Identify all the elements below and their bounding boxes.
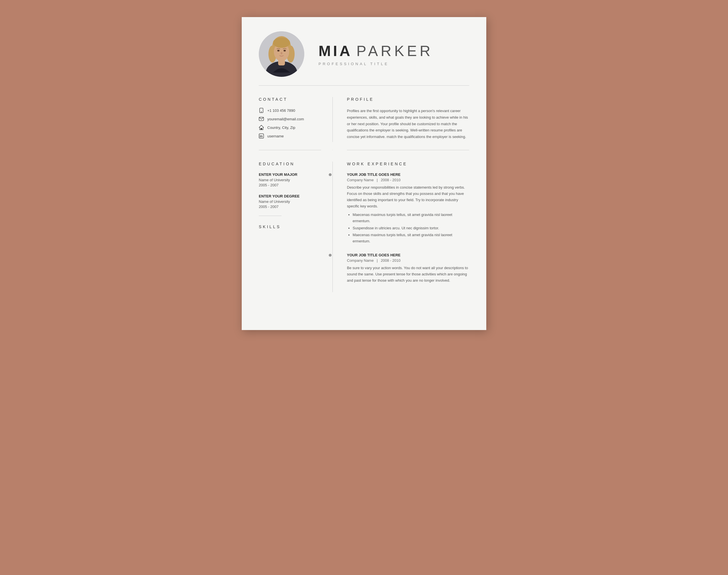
phone-icon bbox=[259, 108, 264, 113]
linkedin-item: in username bbox=[259, 133, 321, 139]
work-entry-2: YOUR JOB TITLE GOES HERE Company Name | … bbox=[347, 253, 469, 284]
work-desc-1: Describe your responsibilities in concis… bbox=[347, 184, 469, 209]
work-title: WORK EXPERIENCE bbox=[347, 162, 469, 166]
edu-years-2: 2005 - 2007 bbox=[259, 205, 321, 209]
company-line-2: Company Name | 2008 - 2010 bbox=[347, 258, 469, 263]
contact-profile-row: CONTACT +1 103 456 7890 youre bbox=[259, 97, 469, 142]
work-entry-1: YOUR JOB TITLE GOES HERE Company Name | … bbox=[347, 172, 469, 244]
company-name-1: Company Name bbox=[347, 178, 374, 182]
address-item: Country, City, Zip bbox=[259, 125, 321, 130]
job-title-1: YOUR JOB TITLE GOES HERE bbox=[347, 172, 469, 177]
header-section: MIA PARKER PROFESSIONAL TITLE bbox=[259, 31, 469, 86]
svg-point-14 bbox=[261, 111, 262, 112]
work-bullets-1: Maecenas maximus turpis tellus, sit amet… bbox=[347, 212, 469, 244]
contact-column: CONTACT +1 103 456 7890 youre bbox=[259, 97, 333, 142]
last-name: PARKER bbox=[356, 42, 433, 60]
company-line-1: Company Name | 2008 - 2010 bbox=[347, 178, 469, 182]
professional-title: PROFESSIONAL TITLE bbox=[319, 62, 469, 66]
job-title-2: YOUR JOB TITLE GOES HERE bbox=[347, 253, 469, 257]
first-name: MIA bbox=[319, 42, 352, 60]
linkedin-icon: in bbox=[259, 133, 264, 139]
svg-point-10 bbox=[277, 50, 280, 52]
svg-point-11 bbox=[284, 50, 286, 52]
right-divider-1 bbox=[347, 150, 469, 150]
left-divider-1 bbox=[259, 150, 321, 150]
edu-major: ENTER YOUR MAJOR bbox=[259, 172, 321, 177]
svg-rect-17 bbox=[260, 128, 262, 130]
education-entry-1: ENTER YOUR MAJOR Name of University 2005… bbox=[259, 172, 321, 187]
resume-page: MIA PARKER PROFESSIONAL TITLE CONTACT +1… bbox=[242, 17, 486, 330]
timeline-dot-1 bbox=[329, 173, 332, 176]
bullet-1-3: Maecenas maximus turpis tellus, sit amet… bbox=[353, 232, 469, 244]
phone-value: +1 103 456 7890 bbox=[267, 108, 295, 113]
education-column: EDUCATION ENTER YOUR MAJOR Name of Unive… bbox=[259, 162, 333, 292]
timeline-dot-2 bbox=[329, 254, 332, 257]
separator-2: | bbox=[377, 258, 378, 263]
education-entry-2: ENTER YOUR DEGREE Name of University 200… bbox=[259, 194, 321, 209]
svg-point-9 bbox=[273, 38, 290, 48]
edu-university-2: Name of University bbox=[259, 199, 321, 204]
skills-title: SKILLS bbox=[259, 225, 321, 229]
edu-degree: ENTER YOUR DEGREE bbox=[259, 194, 321, 198]
separator-1: | bbox=[377, 178, 378, 182]
avatar bbox=[259, 31, 304, 77]
profile-title: PROFILE bbox=[347, 97, 469, 102]
work-years-2: 2008 - 2010 bbox=[381, 258, 400, 263]
edu-work-row: EDUCATION ENTER YOUR MAJOR Name of Unive… bbox=[259, 162, 469, 292]
linkedin-value: username bbox=[267, 134, 284, 138]
work-years-1: 2008 - 2010 bbox=[381, 178, 400, 182]
email-item: youremail@email.com bbox=[259, 116, 321, 122]
education-title: EDUCATION bbox=[259, 162, 321, 166]
email-value: youremail@email.com bbox=[267, 117, 304, 121]
company-name-2: Company Name bbox=[347, 258, 374, 263]
profile-text: Profiles are the first opportunity to hi… bbox=[347, 108, 469, 140]
email-icon bbox=[259, 116, 264, 122]
name-line: MIA PARKER bbox=[319, 42, 469, 60]
svg-point-12 bbox=[281, 52, 282, 54]
edu-university-1: Name of University bbox=[259, 178, 321, 182]
edu-years-1: 2005 - 2007 bbox=[259, 183, 321, 187]
header-text: MIA PARKER PROFESSIONAL TITLE bbox=[319, 42, 469, 66]
contact-title: CONTACT bbox=[259, 97, 321, 102]
bullet-1-2: Suspendisse in ultricies arcu. Ut nec di… bbox=[353, 225, 469, 231]
profile-column: PROFILE Profiles are the first opportuni… bbox=[333, 97, 469, 142]
work-column: WORK EXPERIENCE YOUR JOB TITLE GOES HERE… bbox=[333, 162, 469, 292]
house-icon bbox=[259, 125, 264, 130]
work-desc-2: Be sure to vary your action words. You d… bbox=[347, 265, 469, 284]
bullet-1-1: Maecenas maximus turpis tellus, sit amet… bbox=[353, 212, 469, 224]
svg-text:in: in bbox=[260, 134, 263, 138]
phone-item: +1 103 456 7890 bbox=[259, 108, 321, 113]
address-value: Country, City, Zip bbox=[267, 126, 295, 130]
